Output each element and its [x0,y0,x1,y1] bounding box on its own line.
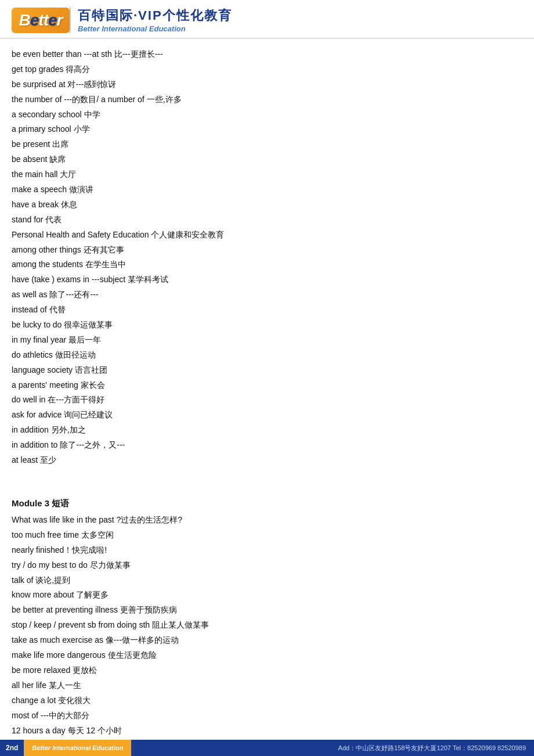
page-header: Better 百特国际·VIP个性化教育 Better Internationa… [0,0,534,39]
list-item: talk of 谈论,提到 [12,573,522,588]
list-item: too much free time 太多空闲 [12,528,522,543]
main-content: be even better than ---at sth 比---更擅长---… [0,45,534,756]
footer-address: Add：中山区友妤路158号友妤大厦1207 Tel：82520969 8252… [131,740,534,756]
footer-page-num: 2nd [0,740,24,756]
list-item: the number of ---的数目/ a number of 一些,许多 [12,92,522,107]
list-item: instead of 代替 [12,303,522,318]
list-item: be even better than ---at sth 比---更擅长--- [12,47,522,62]
brand-sub: Better International Education [78,24,232,33]
list-item: at least 至少 [12,453,522,468]
list-item: a parents' meeting 家长会 [12,378,522,393]
list-item: the main hall 大厅 [12,167,522,182]
list-item: make a speech 做演讲 [12,182,522,197]
list-item: know more about 了解更多 [12,588,522,603]
brand-name: 百特国际·VIP个性化教育 [78,7,232,24]
list-item: among other things 还有其它事 [12,243,522,258]
module3-title: Module 3 短语 [12,495,522,512]
page-footer: 2nd Better International Education Add：中… [0,740,534,756]
list-item: 12 hours a day 每天 12 个小时 [12,723,522,739]
list-item: nearly finished！快完成啦! [12,543,522,558]
list-item: do well in 在---方面干得好 [12,393,522,408]
list-item: take as much exercise as 像---做一样多的运动 [12,633,522,648]
list-item: be more relaxed 更放松 [12,663,522,678]
list-item: stop / keep / prevent sb from doing sth … [12,618,522,633]
list-item: in addition 另外,加之 [12,423,522,438]
list-item: as well as 除了---还有--- [12,287,522,303]
list-item: What was life like in the past ?过去的生活怎样? [12,513,522,528]
list-item: have a break 休息 [12,197,522,213]
list-item: stand for 代表 [12,213,522,228]
list-item: language society 语言社团 [12,363,522,378]
logo-area: Better 百特国际·VIP个性化教育 Better Internationa… [12,7,232,33]
list-item: be lucky to do 很幸运做某事 [12,318,522,333]
list-item: change a lot 变化很大 [12,693,522,708]
list-item: Personal Health and Safety Education 个人健… [12,228,522,243]
list-item: try / do my best to do 尽力做某事 [12,558,522,573]
list-item: be better at preventing illness 更善于预防疾病 [12,603,522,618]
list-item: in my final year 最后一年 [12,333,522,348]
better-logo: Better [12,8,70,33]
brand-text-block: 百特国际·VIP个性化教育 Better International Educa… [70,7,232,33]
list-item: in addition to 除了---之外，又--- [12,438,522,453]
list-item: get top grades 得高分 [12,62,522,77]
list-item: all her life 某人一生 [12,678,522,693]
list-item: ask for advice 询问已经建议 [12,408,522,423]
list-item: among the students 在学生当中 [12,257,522,272]
list-item: be absent 缺席 [12,152,522,167]
list-item: most of ---中的大部分 [12,708,522,723]
list-item: a secondary school 中学 [12,107,522,123]
footer-brand: Better International Education [24,740,131,756]
list-item: make life more dangerous 使生活更危险 [12,648,522,663]
list-item: do athletics 做田径运动 [12,348,522,363]
list-item: be present 出席 [12,137,522,152]
list-item: a primary school 小学 [12,122,522,137]
phrases-module3-list: What was life like in the past ?过去的生活怎样?… [12,513,522,738]
list-item: have (take ) exams in ---subject 某学科考试 [12,272,522,287]
phrases-module2-list: be even better than ---at sth 比---更擅长---… [12,47,522,468]
list-item: be surprised at 对---感到惊讶 [12,77,522,92]
